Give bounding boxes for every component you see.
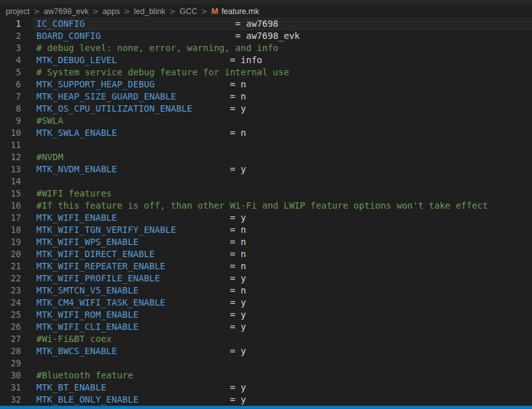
code-line[interactable]: 1IC_CONFIG = aw7698 bbox=[0, 18, 532, 30]
code-line[interactable]: 25MTK_WIFI_ROM_ENABLE = y bbox=[0, 309, 532, 321]
code-text: MTK_DEBUG_LEVEL = info bbox=[33, 54, 532, 66]
code-line[interactable]: 18MTK_WIFI_TGN_VERIFY_ENABLE = n bbox=[0, 224, 532, 236]
makefile-icon: M bbox=[211, 7, 218, 15]
line-number: 19 bbox=[0, 236, 21, 248]
line-number: 10 bbox=[0, 127, 21, 139]
gutter-gap bbox=[21, 285, 33, 297]
assignment-value: = y bbox=[160, 273, 246, 283]
code-line[interactable]: 9#SWLA bbox=[0, 115, 532, 127]
line-number: 11 bbox=[0, 139, 21, 151]
breadcrumb: project>aw7698_evk>apps>led_blink>GCC> M… bbox=[0, 4, 532, 18]
gutter-gap bbox=[21, 54, 33, 66]
assignment-value: = y bbox=[138, 394, 246, 405]
line-number: 30 bbox=[0, 369, 21, 382]
code-line[interactable]: 11 bbox=[0, 139, 532, 151]
code-line[interactable]: 12#NVDM bbox=[0, 151, 532, 163]
gutter-gap bbox=[21, 151, 33, 163]
breadcrumb-separator-icon: > bbox=[92, 7, 99, 16]
code-text: MTK_WIFI_DIRECT_ENABLE = n bbox=[33, 248, 532, 260]
line-number: 9 bbox=[0, 115, 21, 127]
code-line[interactable]: 19MTK_WIFI_WPS_ENABLE = n bbox=[0, 236, 532, 248]
breadcrumb-item[interactable]: apps bbox=[103, 7, 120, 16]
gutter-gap bbox=[21, 91, 33, 103]
gutter-gap bbox=[21, 115, 33, 127]
comment-text: #WIFI features bbox=[36, 188, 112, 198]
code-text: MTK_WIFI_ROM_ENABLE = y bbox=[33, 309, 532, 321]
gutter-gap bbox=[21, 321, 33, 333]
gutter-gap bbox=[21, 200, 33, 212]
assignment-value: = aw7698_evk bbox=[101, 31, 300, 41]
code-line[interactable]: 6MTK_SUPPORT_HEAP_DEBUG = n bbox=[0, 78, 532, 91]
code-line[interactable]: 23MTK_SMTCN_V5_ENABLE = n bbox=[0, 285, 532, 297]
breadcrumb-item[interactable]: aw7698_evk bbox=[44, 7, 89, 16]
breadcrumb-file[interactable]: M feature.mk bbox=[211, 7, 259, 16]
code-line[interactable]: 3# debug level: none, error, warning, an… bbox=[0, 42, 532, 54]
code-line[interactable]: 13MTK_NVDM_ENABLE = y bbox=[0, 163, 532, 175]
code-line[interactable]: 17MTK_WIFI_ENABLE = y bbox=[0, 212, 532, 224]
line-number: 27 bbox=[0, 333, 21, 345]
code-line[interactable]: 16#If this feature is off, than other Wi… bbox=[0, 200, 532, 212]
code-line[interactable]: 22MTK_WIFI_PROFILE_ENABLE = y bbox=[0, 272, 532, 285]
code-text: MTK_BWCS_ENABLE = y bbox=[33, 345, 532, 357]
variable-name: MTK_SUPPORT_HEAP_DEBUG bbox=[36, 79, 154, 89]
variable-name: MTK_CM4_WIFI_TASK_ENABLE bbox=[36, 297, 165, 308]
code-line[interactable]: 8MTK_OS_CPU_UTILIZATION_ENABLE = y bbox=[0, 103, 532, 115]
code-line[interactable]: 20MTK_WIFI_DIRECT_ENABLE = n bbox=[0, 248, 532, 260]
breadcrumb-separator-icon: > bbox=[169, 7, 175, 16]
code-line[interactable]: 5# System service debug feature for inte… bbox=[0, 66, 532, 78]
code-line[interactable]: 14 bbox=[0, 175, 532, 188]
gutter-gap bbox=[21, 127, 33, 139]
comment-text: #Wi-Fi&BT coex bbox=[36, 334, 112, 344]
code-line[interactable]: 27#Wi-Fi&BT coex bbox=[0, 333, 532, 345]
assignment-value: = y bbox=[138, 309, 246, 320]
assignment-value: = n bbox=[138, 237, 246, 247]
gutter-gap bbox=[21, 260, 33, 272]
line-number: 16 bbox=[0, 200, 21, 212]
code-line[interactable]: 30#Bluetooth feature bbox=[0, 369, 532, 382]
code-line[interactable]: 29 bbox=[0, 357, 532, 369]
code-line[interactable]: 4MTK_DEBUG_LEVEL = info bbox=[0, 54, 532, 66]
gutter-gap bbox=[21, 78, 33, 91]
breadcrumb-separator-icon: > bbox=[201, 7, 207, 16]
code-line[interactable]: 26MTK_WIFI_CLI_ENABLE = y bbox=[0, 321, 532, 333]
assignment-value: = n bbox=[154, 79, 246, 89]
gutter-gap bbox=[21, 163, 33, 175]
code-text: MTK_WIFI_PROFILE_ENABLE = y bbox=[33, 272, 532, 285]
breadcrumb-file-name: feature.mk bbox=[221, 7, 259, 16]
code-text: MTK_CM4_WIFI_TASK_ENABLE = y bbox=[33, 297, 532, 309]
gutter-gap bbox=[21, 139, 33, 151]
code-line[interactable]: 32MTK_BLE_ONLY_ENABLE = y bbox=[0, 394, 532, 406]
code-line[interactable]: 7MTK_HEAP_SIZE_GUARD_ENABLE = n bbox=[0, 91, 532, 103]
breadcrumb-item[interactable]: GCC bbox=[179, 7, 197, 16]
breadcrumb-item[interactable]: led_blink bbox=[134, 7, 165, 16]
line-number: 31 bbox=[0, 382, 21, 394]
code-line[interactable]: 28MTK_BWCS_ENABLE = y bbox=[0, 345, 532, 357]
code-text: BOARD_CONFIG = aw7698_evk bbox=[33, 30, 532, 42]
assignment-value: = y bbox=[107, 382, 246, 392]
code-text bbox=[33, 175, 532, 188]
code-line[interactable]: 21MTK_WIFI_REPEATER_ENABLE = n bbox=[0, 260, 532, 272]
code-line[interactable]: 15#WIFI features bbox=[0, 188, 532, 200]
comment-text: # debug level: none, error, warning, and… bbox=[36, 43, 278, 53]
code-line[interactable]: 10MTK_SWLA_ENABLE = n bbox=[0, 127, 532, 139]
code-editor[interactable]: 1IC_CONFIG = aw76982BOARD_CONFIG = aw769… bbox=[0, 18, 532, 406]
breadcrumb-item[interactable]: project bbox=[6, 7, 30, 16]
line-number: 13 bbox=[0, 163, 21, 175]
code-text: MTK_HEAP_SIZE_GUARD_ENABLE = n bbox=[33, 91, 532, 103]
status-bar bbox=[0, 406, 532, 409]
code-text: MTK_SWLA_ENABLE = n bbox=[33, 127, 532, 139]
variable-name: IC_CONFIG bbox=[36, 19, 85, 29]
gutter-gap bbox=[21, 272, 33, 285]
gutter-gap bbox=[21, 103, 33, 115]
gutter-gap bbox=[21, 236, 33, 248]
line-number: 29 bbox=[0, 357, 21, 369]
code-line[interactable]: 24MTK_CM4_WIFI_TASK_ENABLE = y bbox=[0, 297, 532, 309]
comment-text: #NVDM bbox=[36, 152, 63, 162]
assignment-value: = y bbox=[192, 103, 246, 114]
line-number: 18 bbox=[0, 224, 21, 236]
code-line[interactable]: 31MTK_BT_ENABLE = y bbox=[0, 382, 532, 394]
gutter-gap bbox=[21, 345, 33, 357]
assignment-value: = n bbox=[117, 128, 246, 138]
code-line[interactable]: 2BOARD_CONFIG = aw7698_evk bbox=[0, 30, 532, 42]
code-text: MTK_NVDM_ENABLE = y bbox=[33, 163, 532, 175]
